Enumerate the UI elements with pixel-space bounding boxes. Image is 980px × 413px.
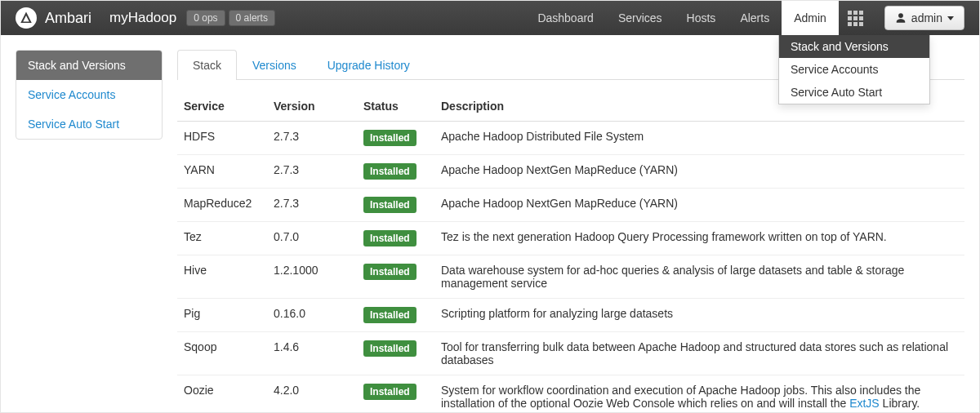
cluster-name[interactable]: myHadoop [109,10,176,26]
cell-description: Apache Hadoop NextGen MapReduce (YARN) [434,189,964,222]
status-badge: Installed [363,264,416,280]
cell-status: Installed [357,222,434,255]
tab-upgrade-history[interactable]: Upgrade History [312,50,425,80]
cell-description: Data warehouse system for ad-hoc queries… [434,255,964,299]
table-row: Pig0.16.0InstalledScripting platform for… [177,299,964,332]
status-badge: Installed [363,230,416,246]
cell-description: System for workflow coordination and exe… [434,375,964,414]
cell-version: 0.16.0 [267,299,357,332]
col-header: Status [357,91,434,122]
services-table: ServiceVersionStatusDescription HDFS2.7.… [177,91,964,413]
cell-service: Oozie [177,375,267,414]
admin-menu-item[interactable]: Service Accounts [779,58,929,81]
cell-service: Hive [177,255,267,299]
nav-hosts[interactable]: Hosts [675,1,728,35]
user-menu-button[interactable]: admin [884,6,964,30]
status-badge: Installed [363,340,416,357]
table-row: MapReduce22.7.3InstalledApache Hadoop Ne… [177,189,964,222]
table-row: Hive1.2.1000InstalledData warehouse syst… [177,255,964,299]
cell-service: MapReduce2 [177,189,267,222]
cell-service: Tez [177,222,267,255]
caret-down-icon [947,16,954,20]
user-icon [895,12,906,24]
sidebar-item[interactable]: Service Auto Start [16,109,162,139]
table-row: Tez0.7.0InstalledTez is the next generat… [177,222,964,255]
admin-menu-item[interactable]: Stack and Versions [779,35,929,58]
table-row: Sqoop1.4.6InstalledTool for transferring… [177,332,964,375]
nav-services[interactable]: Services [606,1,675,35]
table-row: Oozie4.2.0InstalledSystem for workflow c… [177,375,964,414]
status-badge: Installed [363,130,416,146]
cell-version: 0.7.0 [267,222,357,255]
status-badge: Installed [363,307,416,323]
cell-description: Tez is the next generation Hadoop Query … [434,222,964,255]
cell-status: Installed [357,299,434,332]
admin-sidebar: Stack and VersionsService AccountsServic… [16,50,163,140]
admin-dropdown: Stack and VersionsService AccountsServic… [778,35,930,104]
admin-menu-item[interactable]: Service Auto Start [779,81,929,104]
cell-status: Installed [357,155,434,189]
col-header: Service [177,91,267,122]
cell-service: YARN [177,155,267,189]
table-row: YARN2.7.3InstalledApache Hadoop NextGen … [177,155,964,189]
table-row: HDFS2.7.3InstalledApache Hadoop Distribu… [177,122,964,155]
cell-description: Scripting platform for analyzing large d… [434,299,964,332]
tab-versions[interactable]: Versions [237,50,312,80]
alerts-badge[interactable]: 0 alerts [229,10,275,26]
nav-dashboard[interactable]: Dashboard [525,1,606,35]
brand-title[interactable]: Ambari [45,10,91,27]
cell-description: Tool for transferring bulk data between … [434,332,964,375]
cell-version: 1.2.1000 [267,255,357,299]
ops-badge[interactable]: 0 ops [186,10,225,26]
cell-version: 4.2.0 [267,375,357,414]
ambari-logo-icon [16,7,37,29]
cell-version: 2.7.3 [267,189,357,222]
user-label: admin [911,11,942,24]
extjs-link[interactable]: ExtJS [849,397,880,410]
cell-status: Installed [357,122,434,155]
apps-grid-icon[interactable] [839,1,873,35]
cell-status: Installed [357,189,434,222]
col-header: Version [267,91,357,122]
cell-status: Installed [357,332,434,375]
cell-service: Sqoop [177,332,267,375]
top-navbar: Ambari myHadoop 0 ops 0 alerts Dashboard… [1,1,979,35]
cell-status: Installed [357,375,434,414]
sidebar-item[interactable]: Service Accounts [16,80,162,109]
status-badge: Installed [363,384,416,400]
cell-version: 2.7.3 [267,155,357,189]
cell-description: Apache Hadoop NextGen MapReduce (YARN) [434,155,964,189]
cell-service: HDFS [177,122,267,155]
cell-service: Pig [177,299,267,332]
cell-version: 1.4.6 [267,332,357,375]
status-badge: Installed [363,197,416,213]
cell-status: Installed [357,255,434,299]
tab-stack[interactable]: Stack [177,50,237,80]
cell-description: Apache Hadoop Distributed File System [434,122,964,155]
nav-alerts[interactable]: Alerts [728,1,782,35]
status-badge: Installed [363,163,416,180]
cell-version: 2.7.3 [267,122,357,155]
nav-admin[interactable]: Admin [782,1,839,35]
sidebar-item[interactable]: Stack and Versions [16,51,162,80]
